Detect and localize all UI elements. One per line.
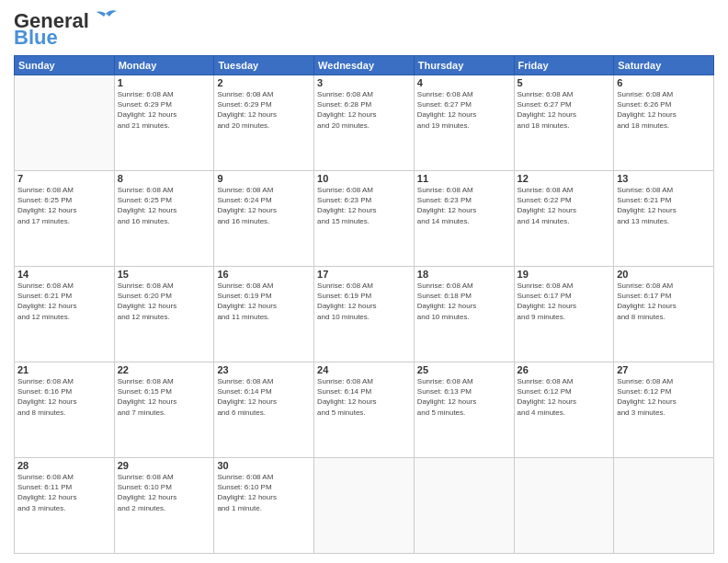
calendar-week-row: 1Sunrise: 6:08 AM Sunset: 6:29 PM Daylig… [15,75,714,171]
day-info: Sunrise: 6:08 AM Sunset: 6:17 PM Dayligh… [617,281,711,322]
calendar-cell: 22Sunrise: 6:08 AM Sunset: 6:15 PM Dayli… [114,362,214,458]
day-number: 16 [217,269,311,280]
calendar-cell [414,458,514,554]
day-info: Sunrise: 6:08 AM Sunset: 6:18 PM Dayligh… [417,281,511,322]
calendar-cell [614,458,714,554]
logo-bird-icon [93,9,119,29]
calendar-cell: 4Sunrise: 6:08 AM Sunset: 6:27 PM Daylig… [414,75,514,171]
calendar-cell: 13Sunrise: 6:08 AM Sunset: 6:21 PM Dayli… [614,171,714,267]
day-info: Sunrise: 6:08 AM Sunset: 6:23 PM Dayligh… [317,185,411,226]
day-info: Sunrise: 6:08 AM Sunset: 6:26 PM Dayligh… [617,89,711,131]
day-number: 27 [617,364,711,375]
day-info: Sunrise: 6:08 AM Sunset: 6:13 PM Dayligh… [417,376,511,418]
day-info: Sunrise: 6:08 AM Sunset: 6:10 PM Dayligh… [118,472,211,513]
day-number: 2 [217,77,311,88]
calendar-cell: 21Sunrise: 6:08 AM Sunset: 6:16 PM Dayli… [15,362,115,458]
weekday-header-row: SundayMondayTuesdayWednesdayThursdayFrid… [15,56,714,75]
calendar-cell [514,458,614,554]
calendar-cell: 7Sunrise: 6:08 AM Sunset: 6:25 PM Daylig… [15,171,115,267]
weekday-header-saturday: Saturday [614,56,714,75]
day-info: Sunrise: 6:08 AM Sunset: 6:28 PM Dayligh… [317,89,411,131]
day-info: Sunrise: 6:08 AM Sunset: 6:23 PM Dayligh… [417,185,511,226]
day-info: Sunrise: 6:08 AM Sunset: 6:17 PM Dayligh… [518,281,611,322]
day-info: Sunrise: 6:08 AM Sunset: 6:19 PM Dayligh… [217,281,311,322]
day-number: 22 [118,364,211,375]
calendar-cell: 28Sunrise: 6:08 AM Sunset: 6:11 PM Dayli… [15,458,115,554]
day-number: 13 [617,173,711,184]
day-number: 6 [617,77,711,88]
calendar-week-row: 14Sunrise: 6:08 AM Sunset: 6:21 PM Dayli… [15,267,714,362]
day-number: 26 [518,364,611,375]
day-number: 1 [118,77,211,88]
day-info: Sunrise: 6:08 AM Sunset: 6:29 PM Dayligh… [217,89,311,131]
calendar-cell: 9Sunrise: 6:08 AM Sunset: 6:24 PM Daylig… [214,171,314,267]
day-info: Sunrise: 6:08 AM Sunset: 6:14 PM Dayligh… [217,376,311,418]
calendar-cell: 10Sunrise: 6:08 AM Sunset: 6:23 PM Dayli… [314,171,415,267]
calendar-cell: 8Sunrise: 6:08 AM Sunset: 6:25 PM Daylig… [114,171,214,267]
day-number: 21 [17,364,111,375]
day-info: Sunrise: 6:08 AM Sunset: 6:29 PM Dayligh… [118,89,211,131]
calendar-cell: 27Sunrise: 6:08 AM Sunset: 6:12 PM Dayli… [614,362,714,458]
day-info: Sunrise: 6:08 AM Sunset: 6:27 PM Dayligh… [518,89,611,131]
calendar-cell: 23Sunrise: 6:08 AM Sunset: 6:14 PM Dayli… [214,362,314,458]
day-number: 9 [217,173,311,184]
calendar-cell: 20Sunrise: 6:08 AM Sunset: 6:17 PM Dayli… [614,267,714,362]
day-info: Sunrise: 6:08 AM Sunset: 6:25 PM Dayligh… [17,185,111,226]
day-number: 15 [118,269,211,280]
day-info: Sunrise: 6:08 AM Sunset: 6:22 PM Dayligh… [518,185,611,226]
day-info: Sunrise: 6:08 AM Sunset: 6:27 PM Dayligh… [417,89,511,131]
calendar-table: SundayMondayTuesdayWednesdayThursdayFrid… [14,55,714,554]
day-number: 30 [217,460,311,471]
calendar-cell: 25Sunrise: 6:08 AM Sunset: 6:13 PM Dayli… [414,362,514,458]
day-number: 29 [118,460,211,471]
calendar-week-row: 21Sunrise: 6:08 AM Sunset: 6:16 PM Dayli… [15,362,714,458]
calendar-cell: 6Sunrise: 6:08 AM Sunset: 6:26 PM Daylig… [614,75,714,171]
day-info: Sunrise: 6:08 AM Sunset: 6:25 PM Dayligh… [118,185,211,226]
day-number: 24 [317,364,411,375]
day-number: 14 [17,269,111,280]
weekday-header-thursday: Thursday [414,56,514,75]
day-number: 28 [17,460,111,471]
calendar-cell: 12Sunrise: 6:08 AM Sunset: 6:22 PM Dayli… [514,171,614,267]
day-info: Sunrise: 6:08 AM Sunset: 6:21 PM Dayligh… [17,281,111,322]
calendar-cell: 14Sunrise: 6:08 AM Sunset: 6:21 PM Dayli… [15,267,115,362]
day-info: Sunrise: 6:08 AM Sunset: 6:24 PM Dayligh… [217,185,311,226]
weekday-header-sunday: Sunday [15,56,115,75]
day-info: Sunrise: 6:08 AM Sunset: 6:15 PM Dayligh… [118,376,211,418]
calendar-week-row: 7Sunrise: 6:08 AM Sunset: 6:25 PM Daylig… [15,171,714,267]
day-number: 11 [417,173,511,184]
logo: General Blue [14,9,119,50]
calendar-cell: 5Sunrise: 6:08 AM Sunset: 6:27 PM Daylig… [514,75,614,171]
day-info: Sunrise: 6:08 AM Sunset: 6:19 PM Dayligh… [317,281,411,322]
day-info: Sunrise: 6:08 AM Sunset: 6:16 PM Dayligh… [17,376,111,418]
calendar-cell: 2Sunrise: 6:08 AM Sunset: 6:29 PM Daylig… [214,75,314,171]
calendar-cell: 17Sunrise: 6:08 AM Sunset: 6:19 PM Dayli… [314,267,415,362]
day-number: 23 [217,364,311,375]
calendar-cell: 29Sunrise: 6:08 AM Sunset: 6:10 PM Dayli… [114,458,214,554]
day-number: 19 [518,269,611,280]
day-number: 4 [417,77,511,88]
header: General Blue [14,9,714,50]
day-info: Sunrise: 6:08 AM Sunset: 6:21 PM Dayligh… [617,185,711,226]
day-info: Sunrise: 6:08 AM Sunset: 6:12 PM Dayligh… [518,376,611,418]
day-number: 3 [317,77,411,88]
calendar-cell: 11Sunrise: 6:08 AM Sunset: 6:23 PM Dayli… [414,171,514,267]
calendar-cell: 15Sunrise: 6:08 AM Sunset: 6:20 PM Dayli… [114,267,214,362]
day-number: 17 [317,269,411,280]
calendar-cell: 3Sunrise: 6:08 AM Sunset: 6:28 PM Daylig… [314,75,415,171]
day-info: Sunrise: 6:08 AM Sunset: 6:20 PM Dayligh… [118,281,211,322]
weekday-header-wednesday: Wednesday [314,56,415,75]
weekday-header-friday: Friday [514,56,614,75]
day-number: 20 [617,269,711,280]
day-number: 12 [518,173,611,184]
calendar-cell: 16Sunrise: 6:08 AM Sunset: 6:19 PM Dayli… [214,267,314,362]
day-info: Sunrise: 6:08 AM Sunset: 6:12 PM Dayligh… [617,376,711,418]
calendar-cell: 24Sunrise: 6:08 AM Sunset: 6:14 PM Dayli… [314,362,415,458]
weekday-header-monday: Monday [114,56,214,75]
calendar-week-row: 28Sunrise: 6:08 AM Sunset: 6:11 PM Dayli… [15,458,714,554]
calendar-cell [15,75,115,171]
day-number: 8 [118,173,211,184]
day-number: 5 [518,77,611,88]
logo-blue-text: Blue [14,26,58,50]
day-info: Sunrise: 6:08 AM Sunset: 6:10 PM Dayligh… [217,472,311,513]
